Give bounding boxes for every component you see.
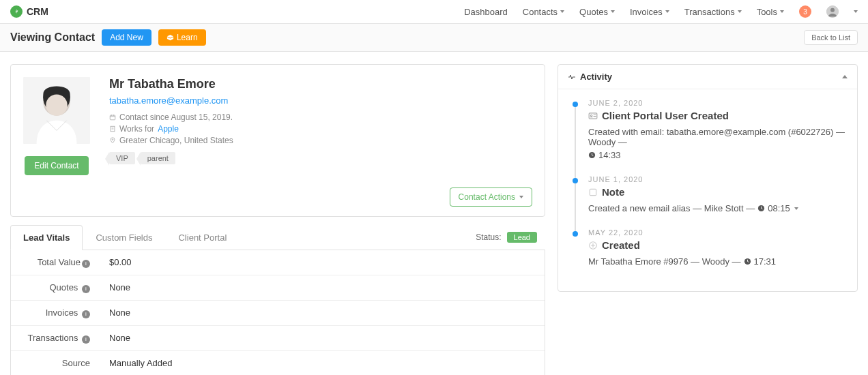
chevron-down-icon (665, 10, 669, 13)
status-label: Status: (476, 232, 501, 242)
brand[interactable]: CRM (10, 5, 48, 18)
info-icon[interactable]: i (82, 260, 90, 268)
chevron-down-icon (560, 10, 564, 13)
nav-tools[interactable]: Tools (757, 7, 784, 17)
clock-icon (588, 151, 596, 159)
tab-client-portal[interactable]: Client Portal (165, 225, 240, 250)
contact-works-for: Works for Apple (109, 124, 532, 134)
info-icon[interactable]: i (82, 335, 90, 344)
chevron-down-icon[interactable] (794, 207, 798, 210)
tag-parent[interactable]: parent (141, 152, 175, 164)
location-icon (109, 137, 116, 144)
nav-dashboard[interactable]: Dashboard (464, 7, 508, 17)
status-badge: Lead (507, 232, 537, 243)
timeline: June 2, 2020 Client Portal User Created … (558, 89, 857, 291)
svg-point-9 (591, 115, 592, 116)
info-icon[interactable]: i (82, 285, 90, 293)
id-card-icon (588, 111, 598, 121)
svg-point-1 (830, 8, 835, 12)
note-icon (588, 188, 598, 197)
clock-icon (744, 258, 751, 265)
chevron-down-icon (780, 10, 784, 13)
chevron-up-icon (842, 75, 848, 78)
svg-point-4 (46, 94, 67, 115)
tag-vip[interactable]: VIP (109, 152, 135, 164)
row-transactions: Transactions i None (11, 326, 545, 351)
calendar-icon (109, 114, 116, 121)
tabs: Lead Vitals Custom Fields Client Portal … (10, 225, 545, 250)
contact-avatar (23, 77, 90, 144)
row-quotes: Quotes i None (11, 275, 545, 301)
contact-location: Greater Chicago, United States (109, 136, 532, 145)
svg-rect-6 (111, 126, 115, 132)
contact-card: Edit Contact Mr Tabatha Emore tabatha.em… (10, 64, 545, 217)
subbar: Viewing Contact Add New Learn Back to Li… (0, 24, 868, 52)
nav-quotes[interactable]: Quotes (579, 7, 615, 17)
nav-invoices[interactable]: Invoices (630, 7, 669, 17)
plus-circle-icon (588, 241, 598, 250)
company-link[interactable]: Apple (158, 124, 179, 134)
brand-text: CRM (27, 6, 48, 17)
notification-badge[interactable]: 3 (799, 5, 811, 18)
activity-card: Activity June 2, 2020 Client Portal User… (558, 64, 858, 292)
chevron-down-icon[interactable] (854, 10, 858, 13)
learn-icon (167, 34, 174, 42)
chevron-down-icon (738, 10, 742, 13)
nav-transactions[interactable]: Transactions (684, 7, 742, 17)
contact-name: Mr Tabatha Emore (109, 77, 532, 91)
vitals-panel: Total Valuei $0.00 Quotes i None Invoice… (10, 250, 545, 375)
back-to-list-button[interactable]: Back to List (804, 30, 858, 45)
activity-header[interactable]: Activity (558, 65, 857, 89)
svg-point-7 (112, 139, 113, 140)
row-total-value: Total Valuei $0.00 (11, 250, 545, 275)
contact-actions-button[interactable]: Contact Actions (450, 188, 532, 207)
heartbeat-icon (568, 73, 576, 81)
contact-email[interactable]: tabatha.emore@example.com (109, 95, 532, 106)
main: Edit Contact Mr Tabatha Emore tabatha.em… (0, 52, 868, 375)
timeline-item: May 22, 2020 Created Mr Tabatha Emore #9… (570, 228, 845, 282)
tab-custom-fields[interactable]: Custom Fields (83, 225, 165, 250)
add-new-button[interactable]: Add New (102, 29, 151, 46)
row-source: Source Manually Added (11, 351, 545, 376)
topbar: CRM Dashboard Contacts Quotes Invoices T… (0, 0, 868, 24)
topnav: Dashboard Contacts Quotes Invoices Trans… (464, 5, 858, 18)
edit-contact-button[interactable]: Edit Contact (25, 156, 88, 175)
tab-lead-vitals[interactable]: Lead Vitals (10, 225, 83, 250)
brand-logo-icon (10, 5, 23, 18)
svg-rect-5 (110, 115, 115, 120)
row-invoices: Invoices i None (11, 301, 545, 326)
info-icon[interactable]: i (82, 310, 90, 318)
clock-icon (757, 205, 765, 212)
contact-since: Contact since August 15, 2019. (109, 112, 532, 122)
user-avatar[interactable] (826, 5, 839, 18)
svg-rect-11 (590, 189, 596, 195)
learn-button[interactable]: Learn (158, 29, 206, 46)
timeline-item: June 2, 2020 Client Portal User Created … (570, 99, 845, 175)
chevron-down-icon (611, 10, 615, 13)
page-title: Viewing Contact (10, 31, 95, 44)
vitals-table: Total Valuei $0.00 Quotes i None Invoice… (11, 250, 545, 375)
timeline-item: June 1, 2020 Note Created a new email al… (570, 175, 845, 228)
building-icon (109, 125, 116, 132)
nav-contacts[interactable]: Contacts (523, 7, 564, 17)
chevron-down-icon (519, 196, 523, 198)
